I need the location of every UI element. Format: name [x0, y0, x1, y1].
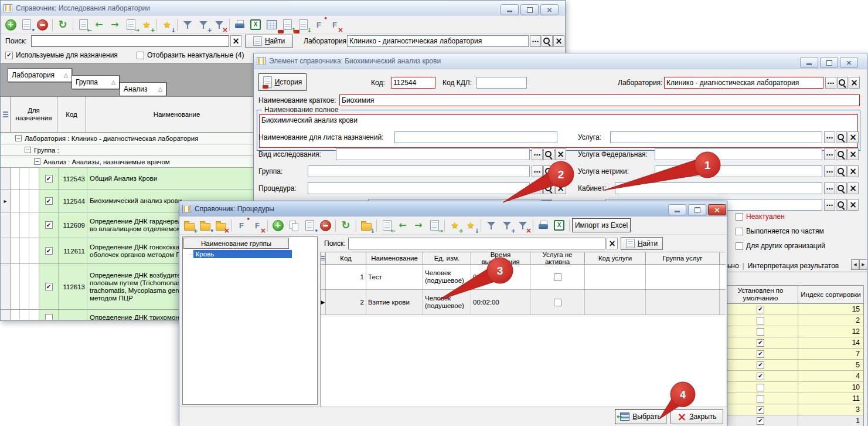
service-netriki-more-icon[interactable]	[824, 165, 835, 177]
favorite-go-icon[interactable]	[159, 17, 175, 32]
print-icon[interactable]	[536, 218, 551, 233]
inactive-flag[interactable]: Неактуален	[736, 212, 785, 221]
favorite-add-icon[interactable]	[447, 218, 462, 233]
procedure-row[interactable]: ▶ 2 Взятие крови Человек (подушевое) 00:…	[321, 290, 726, 315]
used-checkbox[interactable]	[5, 52, 13, 59]
go-next-icon[interactable]	[411, 218, 426, 233]
sort-icon[interactable]	[234, 218, 249, 233]
cabinet-more-icon[interactable]	[824, 182, 835, 194]
lab-clear-icon[interactable]	[553, 35, 564, 47]
assign-checkbox[interactable]	[45, 314, 53, 320]
minimize-button[interactable]	[800, 57, 818, 68]
service-group-column-header[interactable]: Группа услуг	[646, 252, 720, 264]
index-column-header[interactable]: Индекс сортировки	[798, 286, 863, 303]
group-input[interactable]	[308, 165, 530, 177]
list-name-input[interactable]	[394, 131, 557, 143]
used-for-assignment-flag[interactable]: Используемые для назначения	[5, 51, 118, 59]
partial-flag[interactable]: Выполняется по частям	[736, 227, 824, 235]
sort-row[interactable]: 14	[723, 337, 864, 349]
default-checkbox[interactable]	[757, 339, 764, 347]
service-netriki-input[interactable]	[655, 165, 822, 177]
window3-titlebar[interactable]: Справочник: Процедуры	[179, 201, 727, 217]
select-button[interactable]: Выбрать	[615, 409, 666, 424]
selector-header[interactable]	[321, 252, 326, 264]
procedure-row[interactable]: 1 Тест Человек (подушевое) 00:04:00	[321, 265, 726, 290]
procedure-input[interactable]	[308, 182, 530, 194]
sort-clear-icon[interactable]	[250, 218, 265, 233]
tab-interpretation[interactable]: Интерпретация результатов	[744, 260, 843, 272]
lab-more-icon[interactable]	[530, 35, 541, 47]
filter-edit-icon[interactable]	[499, 218, 515, 233]
inactive-checkbox[interactable]	[554, 273, 561, 281]
hidden-right-clear-icon[interactable]	[847, 199, 859, 211]
sort-row[interactable]: 11	[723, 393, 864, 404]
sort-row[interactable]: 12	[723, 326, 864, 337]
sort-row[interactable]: 7	[723, 349, 864, 360]
import-excel-button[interactable]: Импорт из Excel	[572, 218, 631, 232]
service-federal-more-icon[interactable]	[824, 148, 835, 160]
add-icon[interactable]	[3, 17, 18, 32]
close-button[interactable]	[708, 204, 726, 215]
code-input[interactable]: 112544	[391, 77, 435, 89]
service-clear-icon[interactable]	[847, 131, 859, 143]
tree-item-blood[interactable]: Кровь	[189, 250, 292, 258]
show-inactive-flag[interactable]: Отобразить неактуальные (4)	[137, 51, 244, 59]
service-netriki-clear-icon[interactable]	[847, 165, 859, 177]
maximize-button[interactable]	[688, 204, 706, 215]
search-input[interactable]	[348, 238, 605, 249]
filter-icon[interactable]	[484, 218, 499, 233]
unit-column-header[interactable]: Ед. изм.	[423, 252, 471, 264]
procedure-clear-icon[interactable]	[555, 182, 566, 194]
group-delete-icon[interactable]	[213, 218, 229, 233]
close-dialog-button[interactable]: Закрыть	[670, 409, 723, 424]
tab-scroll-right-icon[interactable]	[859, 259, 867, 270]
lab-search-icon[interactable]	[837, 77, 848, 89]
inactive-checkbox[interactable]	[736, 213, 743, 221]
edit-icon[interactable]	[19, 17, 34, 32]
code-column-header[interactable]: Код	[57, 97, 86, 132]
collapse-icon[interactable]	[15, 135, 22, 141]
export-excel-icon[interactable]	[552, 218, 567, 233]
lab-clear-icon[interactable]	[849, 77, 860, 89]
hidden-right-search-icon[interactable]	[836, 199, 847, 211]
research-type-more-icon[interactable]	[532, 148, 543, 160]
research-type-search-icon[interactable]	[543, 148, 554, 160]
code-column-header[interactable]: Код	[326, 252, 366, 264]
tab-scroll-left-icon[interactable]	[851, 259, 859, 270]
default-checkbox[interactable]	[757, 373, 764, 380]
maximize-button[interactable]	[520, 4, 539, 15]
sort-row[interactable]: 15	[723, 304, 864, 315]
group-tab-group[interactable]: Группа	[72, 75, 120, 89]
procedure-more-icon[interactable]	[532, 182, 543, 194]
close-button[interactable]	[540, 4, 559, 15]
default-checkbox[interactable]	[757, 306, 764, 313]
sort-row[interactable]: 3	[723, 404, 864, 415]
minimize-button[interactable]	[501, 4, 519, 15]
find-button[interactable]: Найти	[245, 35, 293, 48]
default-checkbox[interactable]	[757, 328, 764, 336]
inactive-checkbox[interactable]	[137, 52, 144, 59]
group-tab-analysis[interactable]: Анализ	[120, 82, 166, 96]
window2-titlebar[interactable]: Элемент справочника: Биохимический анали…	[254, 53, 867, 69]
sort-row[interactable]: 1	[723, 415, 864, 426]
default-checkbox[interactable]	[757, 350, 764, 358]
group-more-icon[interactable]	[532, 165, 543, 177]
service-more-icon[interactable]	[824, 131, 835, 143]
sort-row[interactable]: 10	[723, 382, 864, 393]
xml-import-icon[interactable]	[280, 17, 295, 32]
maximize-button[interactable]	[820, 57, 838, 68]
add-icon[interactable]	[270, 218, 285, 233]
sort-clear-icon[interactable]	[327, 17, 342, 32]
name-column-header[interactable]: Наименование	[366, 252, 423, 264]
delete-icon[interactable]	[318, 218, 333, 233]
cabinet-clear-icon[interactable]	[847, 182, 859, 194]
research-type-input[interactable]	[336, 148, 530, 160]
group-clear-icon[interactable]	[555, 165, 566, 177]
refresh-icon[interactable]	[55, 17, 70, 32]
collapse-icon[interactable]	[34, 158, 40, 165]
grid-icon[interactable]	[264, 17, 279, 32]
kdl-code-input[interactable]	[476, 77, 527, 89]
go-next-icon[interactable]	[107, 17, 122, 32]
search-clear-icon[interactable]	[607, 238, 618, 249]
cabinet-input[interactable]	[615, 182, 822, 194]
